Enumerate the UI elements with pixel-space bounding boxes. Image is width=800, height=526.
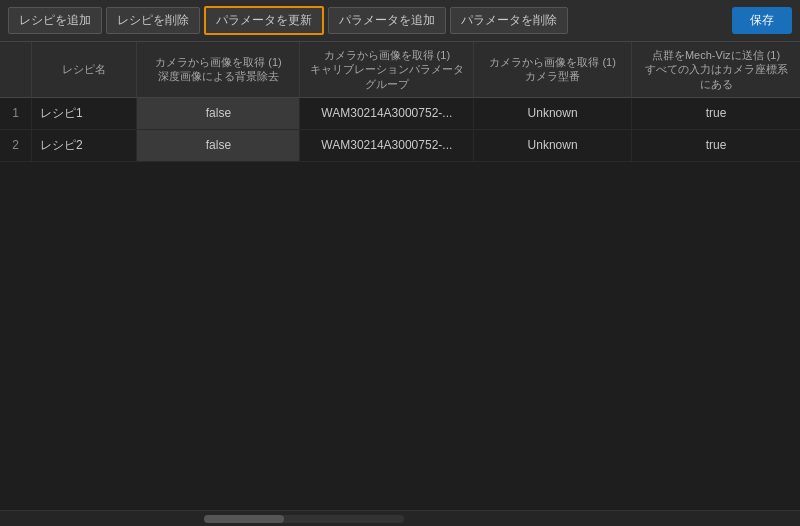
row-index: 1 — [0, 97, 32, 129]
add-params-button[interactable]: パラメータを追加 — [328, 7, 446, 34]
cell-camera-model: Unknown — [474, 129, 632, 161]
col-header-depth-bg: カメラから画像を取得 (1) 深度画像による背景除去 — [137, 42, 300, 97]
cell-recipe-name: レシピ2 — [32, 129, 137, 161]
col-header-camera-model: カメラから画像を取得 (1) カメラ型番 — [474, 42, 632, 97]
cell-depth-bg: false — [137, 97, 300, 129]
cell-camera-model: Unknown — [474, 97, 632, 129]
app-container: レシピを追加 レシピを削除 パラメータを更新 パラメータを追加 パラメータを削除… — [0, 0, 800, 526]
bottom-bar — [0, 510, 800, 526]
row-index: 2 — [0, 129, 32, 161]
toolbar: レシピを追加 レシピを削除 パラメータを更新 パラメータを追加 パラメータを削除… — [0, 0, 800, 42]
add-recipe-button[interactable]: レシピを追加 — [8, 7, 102, 34]
delete-params-button[interactable]: パラメータを削除 — [450, 7, 568, 34]
table-area[interactable]: レシピ名 カメラから画像を取得 (1) 深度画像による背景除去 カメラから画像を… — [0, 42, 800, 510]
data-table: レシピ名 カメラから画像を取得 (1) 深度画像による背景除去 カメラから画像を… — [0, 42, 800, 162]
col-header-recipe-name: レシピ名 — [32, 42, 137, 97]
update-params-button[interactable]: パラメータを更新 — [204, 6, 324, 35]
table-row[interactable]: 1レシピ1falseWAM30214A3000752-...Unknowntru… — [0, 97, 800, 129]
col-header-coord: 点群をMech-Vizに送信 (1) すべての入力はカメラ座標系にある — [632, 42, 800, 97]
cell-calib-group: WAM30214A3000752-... — [300, 97, 474, 129]
cell-depth-bg: false — [137, 129, 300, 161]
table-row[interactable]: 2レシピ2falseWAM30214A3000752-...Unknowntru… — [0, 129, 800, 161]
col-header-index — [0, 42, 32, 97]
cell-coord: true — [632, 97, 800, 129]
cell-recipe-name: レシピ1 — [32, 97, 137, 129]
save-button[interactable]: 保存 — [732, 7, 792, 34]
horizontal-scrollbar[interactable] — [204, 515, 404, 523]
scrollbar-thumb — [204, 515, 284, 523]
cell-coord: true — [632, 129, 800, 161]
cell-calib-group: WAM30214A3000752-... — [300, 129, 474, 161]
table-header-row: レシピ名 カメラから画像を取得 (1) 深度画像による背景除去 カメラから画像を… — [0, 42, 800, 97]
col-header-calib-group: カメラから画像を取得 (1) キャリブレーションパラメータグループ — [300, 42, 474, 97]
delete-recipe-button[interactable]: レシピを削除 — [106, 7, 200, 34]
